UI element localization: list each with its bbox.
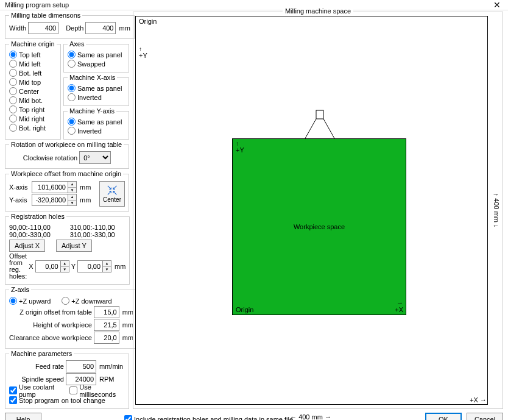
reg-coord-2: 90,00:-330,00	[9, 231, 65, 238]
radio-mo-6[interactable]	[9, 105, 17, 113]
select-rotation[interactable]: 0°	[79, 151, 111, 164]
radio-yax-0[interactable]	[68, 118, 76, 126]
radio-xax-0[interactable]	[68, 84, 76, 92]
unit-mm: mm	[122, 334, 133, 341]
label-mo-4[interactable]: Center	[19, 88, 39, 95]
group-machine-params: Machine parameters Feed rate mm/min Spin…	[5, 350, 129, 409]
spinner-offset-x[interactable]: ▲▼	[68, 181, 77, 193]
input-z-origin[interactable]	[94, 306, 119, 318]
label-z-up[interactable]: +Z upward	[19, 297, 51, 305]
radio-mo-5[interactable]	[9, 96, 17, 104]
radio-mo-7[interactable]	[9, 115, 17, 123]
check-toolchange[interactable]	[9, 396, 17, 404]
input-offset-y[interactable]	[32, 194, 68, 206]
input-offset-x[interactable]	[32, 181, 68, 193]
legend-y-axis: Machine Y-axis	[68, 107, 116, 115]
radio-mo-8[interactable]	[9, 124, 17, 132]
unit-spindle: RPM	[99, 376, 125, 383]
radio-z-down[interactable]	[62, 297, 69, 305]
radio-mo-0[interactable]	[9, 51, 17, 59]
axis-x-inner: →+X	[395, 300, 403, 313]
label-mo-6[interactable]: Top right	[19, 106, 44, 113]
radio-ax-1[interactable]	[68, 60, 76, 68]
radio-mo-4[interactable]	[9, 87, 17, 95]
radio-z-up[interactable]	[9, 297, 17, 305]
center-label: Center	[103, 196, 121, 203]
axis-y-inner: ↑+Y	[236, 140, 244, 154]
label-z-down[interactable]: +Z downward	[71, 297, 111, 305]
legend-rotation: Rotation of workpiece on milling table	[9, 141, 124, 148]
workpiece-rect: ↑+Y Workpiece space Origin →+X	[232, 138, 406, 315]
radio-xax-1[interactable]	[68, 93, 76, 101]
label-z-origin: Z origin offset from table	[19, 308, 91, 316]
spinner-reg-y[interactable]: ▲▼	[103, 260, 111, 272]
label-ax-0[interactable]: Same as panel	[77, 51, 122, 59]
check-ms[interactable]	[69, 386, 77, 394]
label-origin-inner: Origin	[236, 306, 253, 313]
label-mo-7[interactable]: Mid right	[19, 115, 44, 123]
unit-feed: mm/min	[99, 363, 125, 370]
svg-rect-0	[316, 110, 323, 119]
label-coolant[interactable]: Use coolant pump	[19, 383, 68, 398]
adjust-y-button[interactable]: Adjust Y	[56, 240, 92, 252]
close-icon[interactable]: ✕	[491, 0, 503, 10]
unit-mm: mm	[80, 196, 91, 204]
group-reg-holes: Registration holes 90,00:-110,00 310,00:…	[5, 213, 130, 285]
mill-head-icon	[304, 109, 336, 140]
input-feed[interactable]	[66, 360, 96, 372]
adjust-x-button[interactable]: Adjust X	[9, 240, 45, 252]
input-depth[interactable]	[85, 22, 116, 34]
label-mo-1[interactable]: Mid left	[19, 60, 40, 68]
check-include[interactable]	[124, 415, 132, 420]
axis-right-label: ↑ 400 mm ↓	[493, 193, 500, 228]
label-spindle: Spindle speed	[21, 376, 64, 383]
label-yax-1[interactable]: Inverted	[77, 127, 102, 135]
group-y-axis: Machine Y-axis Same as panelInverted	[63, 107, 129, 140]
radio-mo-2[interactable]	[9, 69, 17, 77]
label-mo-0[interactable]: Top left	[19, 51, 40, 59]
legend-z-axis: Z-axis	[9, 286, 31, 293]
help-button[interactable]: Help	[5, 413, 41, 420]
label-mo-3[interactable]: Mid top	[19, 79, 41, 86]
input-z-height[interactable]	[94, 319, 119, 331]
label-mo-2[interactable]: Bot. left	[19, 69, 41, 77]
label-z-height: Height of workpiece	[33, 321, 92, 329]
svg-line-2	[323, 119, 334, 138]
label-ax-1[interactable]: Swapped	[77, 60, 105, 68]
reg-coord-1: 310,00:-110,00	[70, 224, 126, 231]
group-dimensions: Milling table dimensons Width Depth mm	[5, 12, 135, 39]
legend-axes: Axes	[68, 40, 86, 48]
label-mo-5[interactable]: Mid bot.	[19, 97, 43, 104]
label-mo-8[interactable]: Bot. right	[19, 124, 46, 132]
input-width[interactable]	[28, 22, 58, 34]
label-ms[interactable]: Use milliseconds	[79, 383, 125, 398]
label-width: Width	[9, 24, 26, 32]
radio-yax-1[interactable]	[68, 127, 76, 135]
label-reg-y: Y	[71, 263, 76, 270]
radio-ax-0[interactable]	[68, 51, 76, 59]
label-xax-0[interactable]: Same as panel	[77, 85, 122, 92]
unit-mm: mm	[122, 308, 133, 316]
radio-mo-3[interactable]	[9, 78, 17, 86]
axis-y-outer: ↑+Y	[139, 46, 147, 59]
group-rotation: Rotation of workpiece on milling table C…	[5, 141, 129, 169]
reg-coord-3: 310,00:-330,00	[70, 231, 126, 238]
label-yax-0[interactable]: Same as panel	[77, 118, 122, 126]
center-arrows-icon: ↘↙↗↖	[107, 185, 118, 196]
spinner-offset-y[interactable]: ▲▼	[68, 194, 77, 206]
unit-mm: mm	[80, 183, 91, 191]
spinner-reg-x[interactable]: ▲▼	[61, 260, 69, 272]
input-reg-y[interactable]	[77, 260, 103, 272]
input-reg-x[interactable]	[35, 260, 61, 272]
label-z-clearance: Clearance above workpiece	[9, 334, 92, 341]
legend-x-axis: Machine X-axis	[68, 74, 117, 81]
canvas-machine-space: Origin ↑+Y ↑+Y Workpiece space Origin →+…	[135, 16, 488, 405]
check-coolant[interactable]	[9, 386, 17, 394]
svg-line-1	[305, 119, 316, 138]
label-toolchange[interactable]: Stop program on tool change	[19, 397, 105, 404]
unit-mm: mm	[115, 263, 125, 270]
input-z-clearance[interactable]	[94, 332, 119, 344]
label-xax-1[interactable]: Inverted	[77, 94, 102, 101]
radio-mo-1[interactable]	[9, 60, 17, 68]
center-button[interactable]: ↘↙↗↖ Center	[99, 181, 125, 207]
